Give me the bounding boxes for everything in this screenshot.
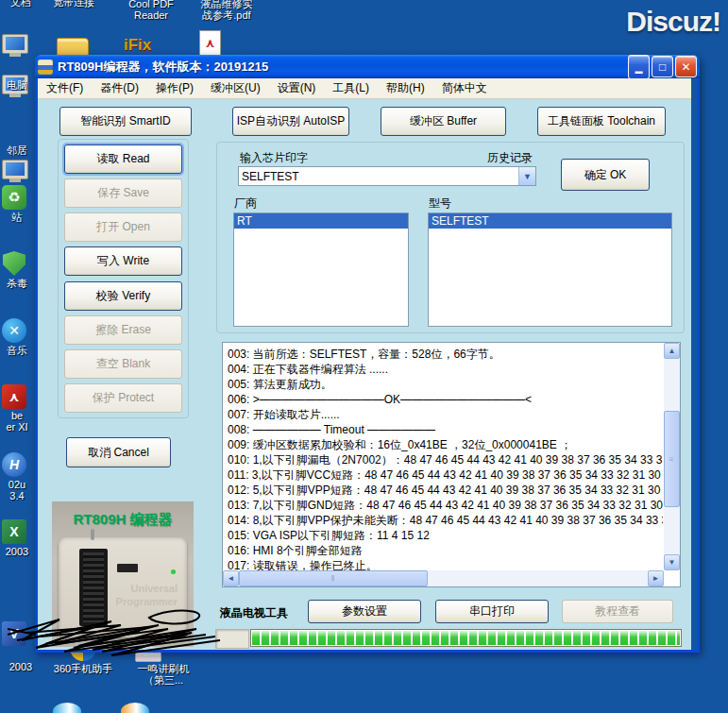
device-text-1: Universal [130, 583, 178, 594]
discuz-logo: Discuz! [626, 6, 720, 38]
menu-item-operation[interactable]: 操作(P) [147, 78, 202, 98]
desktop-icon-360-assistant-label[interactable]: 360手机助手 [36, 663, 130, 674]
log-line: 005: 算法更新成功。 [228, 377, 661, 392]
chip-input[interactable] [239, 167, 518, 185]
minimize-button[interactable]: ▬ [628, 55, 650, 79]
menu-item-language[interactable]: 简体中文 [433, 78, 496, 98]
log-line: 015: VGA ISP以下引脚短路：11 4 15 12 [228, 528, 661, 543]
chip-select-group: 输入芯片印字 历史记录 ▼ 确定 OK 厂商 型号 RT SELFTEST [216, 142, 685, 333]
desktop-icon-network[interactable] [2, 160, 28, 179]
read-button[interactable]: 读取 Read [64, 144, 182, 174]
desktop-icon-coolpdf-label[interactable]: Cool PDF Reader [118, 0, 184, 21]
protect-button[interactable]: 保护 Protect [64, 383, 182, 413]
vscroll-thumb[interactable]: ≡ [664, 411, 680, 507]
scroll-left-icon[interactable]: ◄ [223, 570, 239, 586]
model-list[interactable]: SELFTEST [428, 212, 672, 327]
desktop: 文档 宽带连接 Cool PDF Reader 液晶维修实 战参考.pdf Di… [0, 0, 728, 713]
desktop-icon-recycle[interactable]: ♻ [2, 185, 26, 210]
toolchain-button[interactable]: 工具链面板 Toolchain [537, 107, 666, 136]
serial-print-button[interactable]: 串口打印 [435, 600, 549, 623]
desktop-icon-doc-label[interactable]: 文档 [2, 0, 40, 8]
desktop-icon-excel[interactable]: X [2, 519, 26, 544]
param-settings-button[interactable]: 参数设置 [308, 600, 421, 623]
scroll-up-icon[interactable]: ▲ [664, 343, 680, 359]
desktop-icon-lcd-pdf-label[interactable]: 液晶维修实 战参考.pdf [194, 0, 260, 21]
log-line: 012: 5,以下引脚VPP短路：48 47 46 45 44 43 42 41… [228, 483, 661, 498]
cancel-button[interactable]: 取消 Cancel [66, 437, 171, 467]
pdf-icon[interactable]: ⋏ [199, 30, 221, 56]
scroll-down-icon[interactable]: ▼ [664, 554, 680, 570]
log-line: 011: 3,以下引脚VCC短路：48 47 46 45 44 43 42 41… [228, 467, 661, 483]
desktop-icon-flash-tutorial-label[interactable]: 一鸣讲刷机 （第三... [121, 663, 206, 686]
desktop-icon-partial-2[interactable] [121, 703, 149, 713]
write-button[interactable]: 写入 Write [64, 246, 182, 276]
desktop-icon-h-tool-label[interactable]: 02u 3.4 [0, 479, 34, 501]
desktop-icon-music[interactable]: ✕ [2, 318, 26, 343]
desktop-icon-adobe-reader-label[interactable]: be er XI [0, 410, 34, 433]
desktop-icon-antivirus[interactable] [3, 251, 25, 276]
smart-id-button[interactable]: 智能识别 SmartID [59, 107, 192, 136]
chip-input-label: 输入芯片印字 [240, 150, 308, 166]
computer-icon[interactable] [2, 34, 28, 54]
device-photo-title: RT809H 编程器 [52, 511, 194, 529]
chevron-down-icon[interactable]: ▼ [518, 167, 535, 185]
desktop-icon-recycle-label[interactable]: 站 [0, 212, 34, 223]
vscroll-grip: ≡ [669, 455, 675, 464]
ok-button[interactable]: 确定 OK [561, 159, 650, 191]
log-line: 003: 当前所选：SELFTEST，容量：528位，66字节。 [228, 347, 661, 362]
log-line: 014: 8,以下引脚VPP保护未能关断：48 47 46 45 44 43 4… [228, 513, 661, 528]
log-line: 017: 读取错误，操作已终止。 [228, 558, 661, 570]
client-area: 智能识别 SmartID ISP自动识别 AutoISP 缓冲区 Buffer … [38, 99, 691, 650]
save-button[interactable]: 保存 Save [64, 178, 182, 208]
log-text[interactable]: 003: 当前所选：SELFTEST，容量：528位，66字节。 004: 正在… [223, 343, 663, 570]
lcd-tools-label: 液晶电视工具 [220, 605, 288, 621]
hscroll-thumb[interactable]: ⦀ [239, 570, 428, 586]
tutorial-button[interactable]: 教程查看 [562, 600, 673, 623]
menu-item-device[interactable]: 器件(D) [92, 78, 147, 98]
desktop-icon-broadband-label[interactable]: 宽带连接 [36, 0, 111, 8]
menu-item-file[interactable]: 文件(F) [38, 78, 92, 98]
verify-button[interactable]: 校验 Verify [64, 281, 182, 311]
model-label: 型号 [429, 195, 451, 212]
erase-button[interactable]: 擦除 Erase [64, 315, 182, 345]
history-label: 历史记录 [487, 150, 533, 166]
log-vscrollbar[interactable]: ▲ ≡ ▼ [664, 343, 680, 570]
menu-item-settings[interactable]: 设置(N) [269, 78, 325, 98]
open-button[interactable]: 打开 Open [64, 212, 182, 242]
title-bar[interactable]: RT809H编程器，软件版本：20191215 ▬ □ ✕ [35, 55, 700, 78]
log-line: 009: 缓冲区数据累加校验和：16位_0x41BE ，32位_0x000041… [228, 437, 661, 452]
chip-input-combo[interactable]: ▼ [238, 166, 536, 186]
desktop-icon-antivirus-label[interactable]: 杀毒 [0, 278, 34, 289]
menu-item-tools[interactable]: 工具(L) [324, 78, 378, 98]
app-icon [38, 59, 53, 75]
auto-isp-button[interactable]: ISP自动识别 AutoISP [232, 107, 349, 136]
desktop-icon-excel-label[interactable]: 2003 [0, 546, 34, 557]
buffer-button[interactable]: 缓冲区 Buffer [381, 107, 506, 136]
desktop-icon-h-tool[interactable]: H [2, 452, 26, 477]
blank-button[interactable]: 查空 Blank [64, 349, 182, 379]
hscroll-grip: ⦀ [331, 574, 336, 584]
maximize-button[interactable]: □ [652, 56, 673, 77]
menu-item-help[interactable]: 帮助(H) [378, 78, 433, 98]
menu-item-buffer[interactable]: 缓冲区(U) [202, 78, 269, 98]
desktop-icon-computer-label[interactable]: 电脑 [0, 79, 34, 91]
isp-connector [117, 564, 138, 572]
censor-scribble [8, 608, 229, 663]
desktop-icon-adobe-reader[interactable]: ⋏ [2, 384, 26, 409]
manufacturer-label: 厂商 [234, 195, 257, 212]
close-button[interactable]: ✕ [675, 56, 697, 77]
scroll-right-icon[interactable]: ► [648, 570, 664, 586]
desktop-icon-partial-1[interactable] [53, 703, 81, 713]
operation-buttons-group: 读取 Read 保存 Save 打开 Open 写入 Write 校验 Veri… [58, 139, 189, 418]
zif-lever [91, 529, 94, 540]
status-led [171, 569, 176, 574]
manufacturer-list-item[interactable]: RT [234, 213, 408, 229]
manufacturer-list[interactable]: RT [233, 212, 409, 327]
ifix-icon[interactable]: iFix [124, 36, 151, 55]
log-hscrollbar[interactable]: ◄ ⦀ ► [223, 570, 664, 586]
device-text-2: Programmer [116, 596, 178, 607]
log-area[interactable]: 003: 当前所选：SELFTEST，容量：528位，66字节。 004: 正在… [222, 342, 681, 587]
desktop-icon-music-label[interactable]: 音乐 [0, 345, 34, 356]
desktop-icon-network-label[interactable]: 邻居 [0, 144, 34, 156]
model-list-item[interactable]: SELFTEST [429, 213, 671, 229]
